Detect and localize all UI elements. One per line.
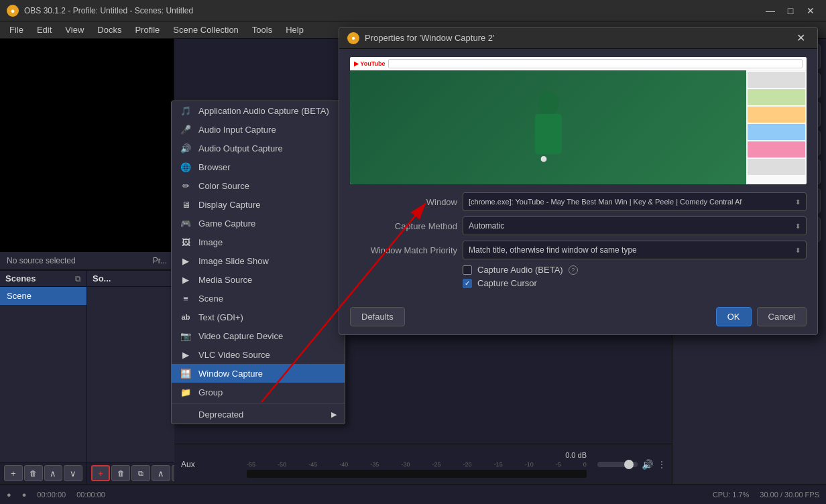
capture-method-select[interactable]: Automatic ⬍ <box>463 216 807 235</box>
sources-panel-title: So... <box>93 273 111 284</box>
ctx-item-audio-input[interactable]: 🎤 Audio Input Capture <box>172 120 345 139</box>
window-match-select[interactable]: Match title, otherwise find window of sa… <box>463 241 807 259</box>
yt-main-video: ⚪ <box>350 70 746 184</box>
ok-button[interactable]: OK <box>716 307 752 326</box>
no-source-label: No source selected <box>7 256 76 265</box>
properties-dialog: ● Properties for 'Window Capture 2' ✕ ▶ … <box>339 27 818 335</box>
mute-icon[interactable]: 🔊 <box>642 459 653 470</box>
title-bar: ● OBS 30.1.2 - Profile: Untitled - Scene… <box>0 0 826 21</box>
status-bar: ● ● 00:00:00 00:00:00 CPU: 1.7% 30.00 / … <box>0 484 826 504</box>
source-delete-button[interactable]: 🗑 <box>111 465 130 481</box>
preview-area <box>0 39 174 252</box>
capture-cursor-checkbox[interactable] <box>463 279 472 288</box>
window-label: Window <box>350 197 457 207</box>
window-match-label: Window Match Priority <box>350 245 457 255</box>
image-icon: 🖼 <box>180 236 192 248</box>
checkboxes-area: Capture Audio (BETA) ? Capture Cursor <box>463 265 807 288</box>
scene-up-button[interactable]: ∧ <box>44 465 63 481</box>
deprecated-arrow: ▶ <box>331 410 337 419</box>
svg-text:⚪: ⚪ <box>540 155 547 162</box>
defaults-button[interactable]: Defaults <box>350 307 405 326</box>
context-menu: 🎵 Application Audio Capture (BETA) 🎤 Aud… <box>171 101 345 424</box>
capture-audio-checkbox[interactable] <box>463 265 472 275</box>
audio-source-name: Aux <box>181 460 235 469</box>
app-icon: ● <box>7 5 19 17</box>
cancel-button[interactable]: Cancel <box>757 307 807 326</box>
dialog-title: Properties for 'Window Capture 2' <box>365 33 495 43</box>
dialog-title-bar: ● Properties for 'Window Capture 2' ✕ <box>339 27 817 49</box>
ctx-item-window-capture[interactable]: 🪟 Window Capture <box>172 364 345 383</box>
maximize-button[interactable]: □ <box>782 3 799 18</box>
audio-options-icon[interactable]: ⋮ <box>657 459 666 470</box>
ctx-item-deprecated[interactable]: Deprecated ▶ <box>172 405 345 424</box>
capture-method-label: Capture Method <box>350 221 457 231</box>
menu-help[interactable]: Help <box>279 21 310 38</box>
ctx-item-display-capture[interactable]: 🖥 Display Capture <box>172 195 345 214</box>
ctx-item-media-source[interactable]: ▶ Media Source <box>172 270 345 289</box>
media-source-icon: ▶ <box>180 273 192 286</box>
scenes-copy-icon: ⧉ <box>75 274 81 284</box>
time1: 00:00:00 <box>37 491 66 499</box>
ctx-item-browser[interactable]: 🌐 Browser <box>172 158 345 176</box>
source-add-button[interactable]: + <box>91 465 110 481</box>
source-copy-button[interactable]: ⧉ <box>131 465 150 481</box>
audio-db-value: 0.0 dB <box>247 451 587 459</box>
capture-audio-row: Capture Audio (BETA) ? <box>463 265 807 275</box>
scenes-panel: Scenes ⧉ Scene + 🗑 ∧ ∨ <box>0 271 87 484</box>
capture-cursor-row: Capture Cursor <box>463 278 807 288</box>
capture-audio-info-icon: ? <box>569 265 578 275</box>
text-gdi-icon: ab <box>180 311 192 323</box>
close-button[interactable]: ✕ <box>802 3 819 18</box>
scene-down-button[interactable]: ∨ <box>64 465 82 481</box>
ctx-item-scene[interactable]: ≡ Scene <box>172 289 345 308</box>
ctx-item-text-gdi[interactable]: ab Text (GDI+) <box>172 308 345 326</box>
scene-add-button[interactable]: + <box>4 465 23 481</box>
browser-icon: 🌐 <box>180 161 192 173</box>
dialog-preview: ▶ YouTube ⚪ <box>350 57 807 184</box>
menu-file[interactable]: File <box>3 21 30 38</box>
ctx-item-audio-output[interactable]: 🔊 Audio Output Capture <box>172 139 345 158</box>
window-field-row: Window [chrome.exe]: YouTube - May The B… <box>350 192 807 211</box>
yt-sidebar <box>746 70 807 184</box>
menu-edit[interactable]: Edit <box>30 21 58 38</box>
source-up-button[interactable]: ∧ <box>152 465 170 481</box>
volume-slider[interactable] <box>597 462 638 467</box>
vlc-icon: ▶ <box>180 349 192 361</box>
no-source-bar: No source selected Pr... <box>0 252 174 270</box>
ctx-item-image-slideshow[interactable]: ▶ Image Slide Show <box>172 251 345 270</box>
audio-output-icon: 🔊 <box>180 142 192 154</box>
window-match-arrow: ⬍ <box>795 247 801 254</box>
dialog-footer: Defaults OK Cancel <box>339 302 817 334</box>
menu-tools[interactable]: Tools <box>245 21 279 38</box>
window-select[interactable]: [chrome.exe]: YouTube - May The Best Man… <box>463 192 807 211</box>
audio-mixer: Aux 0.0 dB -55-50-45-40-35 -30-25-20-15-… <box>174 444 672 484</box>
ctx-item-video-capture[interactable]: 📷 Video Capture Device <box>172 326 345 345</box>
time2: 00:00:00 <box>76 491 105 499</box>
dialog-close-button[interactable]: ✕ <box>792 31 809 46</box>
svg-point-0 <box>538 92 558 116</box>
ctx-item-app-audio[interactable]: 🎵 Application Audio Capture (BETA) <box>172 101 345 120</box>
ctx-item-color-source[interactable]: ✏ Color Source <box>172 176 345 195</box>
window-value: [chrome.exe]: YouTube - May The Best Man… <box>469 198 742 206</box>
menu-view[interactable]: View <box>58 21 91 38</box>
scene-item-scene[interactable]: Scene <box>0 287 86 305</box>
ctx-item-vlc[interactable]: ▶ VLC Video Source <box>172 345 345 364</box>
minimize-button[interactable]: — <box>762 3 779 18</box>
ctx-item-image[interactable]: 🖼 Image <box>172 233 345 251</box>
app-audio-icon: 🎵 <box>180 105 192 117</box>
menu-profile[interactable]: Profile <box>128 21 166 38</box>
ctx-item-group[interactable]: 📁 Group <box>172 383 345 401</box>
capture-cursor-label: Capture Cursor <box>477 278 537 288</box>
svg-rect-1 <box>535 114 562 154</box>
window-title: OBS 30.1.2 - Profile: Untitled - Scenes:… <box>24 6 193 15</box>
audio-meter-bar <box>247 470 587 478</box>
window-match-row: Window Match Priority Match title, other… <box>350 241 807 259</box>
scene-delete-button[interactable]: 🗑 <box>24 465 43 481</box>
scenes-panel-title: Scenes <box>5 273 36 284</box>
ctx-item-game-capture[interactable]: 🎮 Game Capture <box>172 214 345 233</box>
menu-docks[interactable]: Docks <box>91 21 128 38</box>
audio-meter-labels: -55-50-45-40-35 -30-25-20-15-10 -50 <box>247 461 587 468</box>
scene-icon: ≡ <box>180 292 192 304</box>
stream-icon: ● <box>7 491 11 499</box>
menu-scene-collection[interactable]: Scene Collection <box>166 21 245 38</box>
